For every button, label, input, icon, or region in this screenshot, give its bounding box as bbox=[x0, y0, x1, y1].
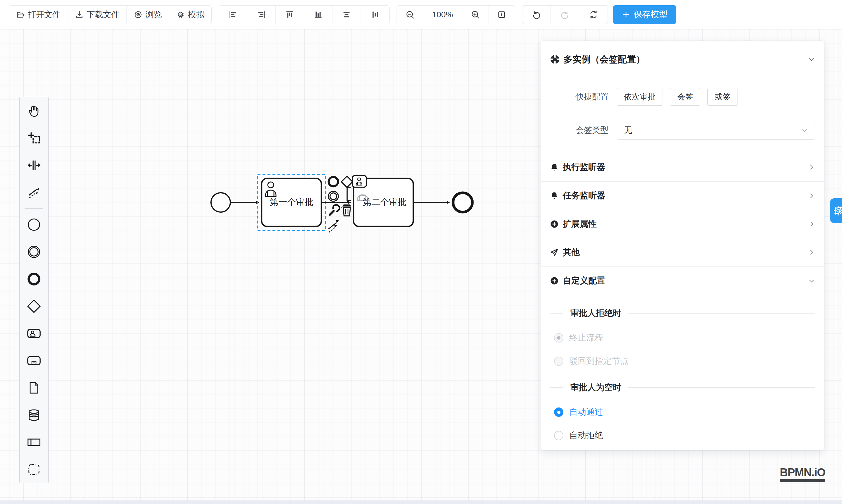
create-group[interactable] bbox=[20, 456, 48, 483]
quick-config-label: 快捷配置 bbox=[550, 91, 609, 102]
user-task-icon bbox=[27, 326, 41, 341]
fit-viewport-button[interactable] bbox=[489, 5, 515, 24]
zoom-level: 100% bbox=[423, 5, 462, 24]
align-top-icon bbox=[285, 10, 294, 19]
section-custom-config[interactable]: 自定义配置 bbox=[541, 267, 824, 295]
plus-icon bbox=[622, 11, 630, 19]
reset-button[interactable] bbox=[579, 5, 608, 24]
append-gateway-icon[interactable] bbox=[341, 176, 352, 187]
download-icon bbox=[75, 10, 84, 19]
end-event[interactable] bbox=[453, 193, 472, 212]
history-button-group bbox=[522, 5, 608, 24]
lasso-tool-icon bbox=[27, 131, 41, 145]
folder-icon bbox=[16, 10, 25, 19]
hand-tool[interactable] bbox=[20, 97, 48, 124]
create-user-task[interactable] bbox=[20, 320, 48, 347]
divider-approver-reject: 审批人拒绝时 bbox=[550, 307, 815, 319]
start-event[interactable] bbox=[211, 193, 230, 212]
align-right-icon bbox=[257, 10, 266, 19]
chevron-right-icon bbox=[808, 220, 815, 228]
sign-type-value: 无 bbox=[624, 125, 632, 136]
preview-button[interactable]: 浏览 bbox=[127, 5, 169, 24]
wrench-icon[interactable] bbox=[330, 205, 339, 215]
redo-button[interactable] bbox=[551, 5, 579, 24]
sign-type-label: 会签类型 bbox=[550, 125, 609, 136]
reset-icon bbox=[589, 10, 598, 19]
download-file-label: 下载文件 bbox=[87, 9, 119, 20]
lasso-tool[interactable] bbox=[20, 124, 48, 151]
start-event-icon bbox=[27, 218, 41, 232]
space-tool[interactable] bbox=[20, 151, 48, 179]
append-intermediate-event-icon[interactable] bbox=[328, 191, 338, 201]
chevron-right-icon bbox=[808, 249, 815, 256]
bottom-strip bbox=[0, 501, 842, 504]
data-object-icon bbox=[27, 381, 41, 395]
global-connect-tool[interactable] bbox=[20, 179, 48, 206]
create-intermediate-event[interactable] bbox=[20, 238, 48, 265]
download-file-button[interactable]: 下载文件 bbox=[68, 5, 127, 24]
properties-panel: 多实例（会签配置） 快捷配置 依次审批 会签 或签 会签类型 无 执行监听器 bbox=[541, 41, 824, 450]
panel-toggle-tab[interactable] bbox=[830, 198, 842, 223]
multi-instance-config: 快捷配置 依次审批 会签 或签 会签类型 无 bbox=[541, 78, 824, 153]
align-right-button[interactable] bbox=[247, 5, 276, 24]
participant-icon bbox=[27, 435, 41, 450]
intermediate-event-icon bbox=[27, 245, 41, 259]
open-file-label: 打开文件 bbox=[28, 9, 60, 20]
simulate-button[interactable]: 模拟 bbox=[169, 5, 211, 24]
append-user-task-icon[interactable] bbox=[352, 176, 366, 187]
trash-icon[interactable] bbox=[343, 204, 351, 216]
quick-config-orsign-button[interactable]: 或签 bbox=[707, 88, 738, 106]
align-button-group bbox=[218, 5, 389, 24]
zoom-in-icon bbox=[471, 10, 480, 19]
section-other[interactable]: 其他 bbox=[541, 238, 824, 267]
zoom-out-icon bbox=[405, 10, 415, 19]
create-start-event[interactable] bbox=[20, 211, 48, 238]
plus-circle-icon bbox=[550, 276, 559, 285]
subprocess-icon bbox=[27, 353, 41, 368]
create-subprocess[interactable] bbox=[20, 347, 48, 374]
align-bottom-icon bbox=[314, 10, 322, 19]
save-model-label: 保存模型 bbox=[634, 9, 668, 20]
undo-button[interactable] bbox=[522, 5, 551, 24]
gear-icon bbox=[833, 205, 842, 216]
radio-auto-reject[interactable]: 自动拒绝 bbox=[550, 429, 815, 442]
bpmn-io-logo[interactable]: BPMN.iO bbox=[780, 466, 825, 482]
chevron-right-icon bbox=[808, 192, 815, 199]
zoom-out-button[interactable] bbox=[397, 5, 423, 24]
connect-tool-icon[interactable] bbox=[328, 220, 339, 232]
panel-title: 多实例（会签配置） bbox=[563, 53, 645, 66]
section-extended-properties[interactable]: 扩展属性 bbox=[541, 210, 824, 238]
create-gateway[interactable] bbox=[20, 292, 48, 320]
section-task-listener[interactable]: 任务监听器 bbox=[541, 182, 824, 210]
zoom-in-button[interactable] bbox=[462, 5, 489, 24]
align-top-button[interactable] bbox=[276, 5, 304, 24]
user-task-1[interactable]: 第一个审批 bbox=[262, 178, 321, 227]
create-data-store[interactable] bbox=[20, 401, 48, 429]
palette bbox=[19, 97, 49, 483]
radio-circle bbox=[554, 431, 563, 440]
section-execution-listener[interactable]: 执行监听器 bbox=[541, 153, 824, 182]
gateway-icon bbox=[27, 299, 41, 313]
task2-label: 第二个审批 bbox=[363, 197, 406, 207]
create-data-object[interactable] bbox=[20, 374, 48, 401]
global-connect-icon bbox=[27, 186, 41, 199]
quick-config-countersign-button[interactable]: 会签 bbox=[670, 88, 700, 106]
open-file-button[interactable]: 打开文件 bbox=[9, 5, 68, 24]
create-end-event[interactable] bbox=[20, 265, 48, 292]
chevron-down-icon bbox=[808, 277, 815, 285]
quick-config-sequential-button[interactable]: 依次审批 bbox=[617, 88, 663, 106]
save-model-button[interactable]: 保存模型 bbox=[613, 5, 676, 24]
align-bottom-button[interactable] bbox=[304, 5, 332, 24]
radio-circle bbox=[554, 408, 563, 417]
append-end-event-icon[interactable] bbox=[329, 177, 338, 186]
align-middle-button[interactable] bbox=[332, 5, 361, 24]
create-participant[interactable] bbox=[20, 429, 48, 456]
radio-circle bbox=[554, 333, 563, 343]
redo-icon bbox=[560, 10, 569, 19]
radio-auto-pass[interactable]: 自动通过 bbox=[550, 406, 815, 419]
sign-type-select[interactable]: 无 bbox=[617, 121, 815, 140]
panel-header-multi-instance[interactable]: 多实例（会签配置） bbox=[541, 41, 824, 78]
align-center-button[interactable] bbox=[361, 5, 389, 24]
align-left-button[interactable] bbox=[219, 5, 247, 24]
data-store-icon bbox=[27, 408, 41, 422]
